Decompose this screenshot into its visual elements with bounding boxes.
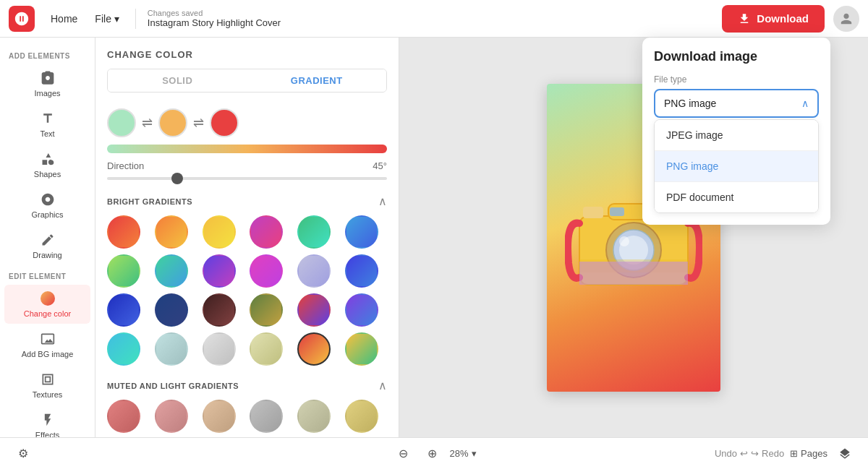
- sidebar-item-change-color-label: Change color: [24, 309, 71, 318]
- pages-button[interactable]: ⊞ Pages: [790, 448, 827, 459]
- muted-gradients-header: MUTED AND LIGHT GRADIENTS ∧: [107, 379, 387, 392]
- muted-swatch-0[interactable]: [107, 400, 140, 433]
- bright-swatch-9[interactable]: [250, 254, 283, 288]
- bright-swatch-14[interactable]: [203, 293, 236, 327]
- left-sidebar: ADD ELEMENTS Images Text Shapes Graphics: [0, 38, 95, 437]
- graphics-icon: [40, 192, 56, 207]
- sidebar-item-textures[interactable]: Textures: [4, 366, 90, 405]
- sidebar-item-add-bg-image-label: Add BG image: [22, 350, 74, 358]
- color-stop-1[interactable]: [107, 108, 136, 137]
- chevron-up-icon: ∧: [801, 98, 809, 109]
- color-stop-3[interactable]: [210, 108, 239, 137]
- svg-rect-11: [610, 207, 624, 216]
- bright-swatch-6[interactable]: [107, 254, 140, 288]
- sidebar-item-change-color[interactable]: Change color: [4, 285, 90, 324]
- bottom-center: ⊖ ⊕ 28% ▾: [296, 442, 571, 465]
- bottom-right: Undo ↩ ↪ Redo ⊞ Pages: [581, 442, 856, 465]
- user-avatar-button[interactable]: [833, 6, 859, 32]
- bright-swatch-16[interactable]: [297, 293, 331, 327]
- color-stop-2[interactable]: [158, 108, 187, 137]
- app-logo[interactable]: [9, 6, 35, 32]
- undo-button[interactable]: Undo ↩: [715, 448, 748, 459]
- pages-icon: ⊞: [790, 448, 798, 459]
- doc-title: Instagram Story Highlight Cover: [148, 17, 281, 28]
- muted-gradients-collapse[interactable]: ∧: [378, 379, 387, 392]
- gradient-tab[interactable]: GRADIENT: [247, 69, 387, 92]
- file-type-options: JPEG imagePNG imagePDF document: [654, 119, 819, 213]
- sidebar-item-effects[interactable]: Effects: [4, 406, 90, 437]
- effects-icon: [40, 412, 56, 428]
- sidebar-item-add-bg-image[interactable]: Add BG image: [4, 325, 90, 364]
- zoom-display[interactable]: 28% ▾: [449, 448, 476, 459]
- zoom-in-button[interactable]: ⊕: [420, 442, 443, 465]
- bright-swatch-4[interactable]: [297, 215, 331, 249]
- muted-swatch-4[interactable]: [297, 400, 331, 433]
- muted-swatch-3[interactable]: [250, 400, 283, 433]
- direction-label: Direction: [107, 160, 144, 171]
- bright-swatch-12[interactable]: [107, 293, 140, 327]
- bright-swatch-23[interactable]: [345, 332, 378, 366]
- bright-swatch-2[interactable]: [203, 215, 236, 249]
- redo-button[interactable]: ↪ Redo: [751, 448, 784, 459]
- muted-swatch-2[interactable]: [203, 400, 236, 433]
- color-panel-title: CHANGE COLOR: [107, 49, 387, 60]
- gradient-controls: ⇌ ⇌ Direction 45°: [95, 108, 399, 189]
- download-dropdown-title: Download image: [654, 49, 819, 64]
- file-type-option-1[interactable]: PNG image: [655, 151, 818, 182]
- zoom-value: 28%: [449, 448, 468, 459]
- muted-swatch-5[interactable]: [345, 400, 378, 433]
- sidebar-item-drawing[interactable]: Drawing: [4, 226, 90, 265]
- file-type-option-0[interactable]: JPEG image: [655, 120, 818, 151]
- direction-row: Direction 45°: [107, 160, 387, 171]
- bright-swatch-8[interactable]: [203, 254, 236, 288]
- bright-swatch-22[interactable]: [297, 332, 331, 366]
- save-status: Changes saved: [148, 9, 281, 17]
- drawing-icon: [40, 232, 56, 248]
- sidebar-item-shapes-label: Shapes: [34, 170, 61, 178]
- bright-swatch-3[interactable]: [250, 215, 283, 249]
- file-button[interactable]: File ▾: [88, 9, 126, 29]
- bright-swatch-5[interactable]: [345, 215, 378, 249]
- bright-swatch-18[interactable]: [107, 332, 140, 366]
- sidebar-item-images[interactable]: Images: [4, 64, 90, 103]
- file-type-option-2[interactable]: PDF document: [655, 182, 818, 212]
- direction-thumb: [171, 173, 183, 184]
- bright-swatch-11[interactable]: [345, 254, 378, 288]
- shapes-icon: [40, 151, 56, 167]
- bright-swatch-15[interactable]: [250, 293, 283, 327]
- undo-icon: ↩: [740, 448, 748, 459]
- file-type-select[interactable]: PNG image ∧: [654, 89, 819, 118]
- sidebar-item-text[interactable]: Text: [4, 105, 90, 144]
- solid-tab[interactable]: SOLID: [108, 69, 247, 92]
- bright-swatch-17[interactable]: [345, 293, 378, 327]
- bright-swatch-13[interactable]: [155, 293, 188, 327]
- file-type-selected-value: PNG image: [664, 98, 716, 109]
- home-button[interactable]: Home: [43, 9, 85, 29]
- direction-slider[interactable]: [107, 177, 387, 180]
- sidebar-item-drawing-label: Drawing: [33, 251, 61, 259]
- bottom-left: ⚙: [12, 442, 287, 465]
- sidebar-item-graphics[interactable]: Graphics: [4, 186, 90, 225]
- settings-button[interactable]: ⚙: [12, 442, 35, 465]
- sidebar-item-graphics-label: Graphics: [31, 210, 63, 219]
- edit-element-section-title: EDIT ELEMENT: [0, 267, 95, 283]
- layers-button[interactable]: [833, 442, 856, 465]
- bright-swatch-7[interactable]: [155, 254, 188, 288]
- muted-swatch-1[interactable]: [155, 400, 188, 433]
- svg-rect-8: [579, 262, 688, 285]
- textures-icon: [40, 371, 56, 387]
- bright-swatch-10[interactable]: [297, 254, 331, 288]
- camera-icon: [40, 70, 56, 86]
- bright-swatch-20[interactable]: [203, 332, 236, 366]
- zoom-out-button[interactable]: ⊖: [391, 442, 414, 465]
- download-button[interactable]: Download: [722, 5, 825, 33]
- bright-swatch-21[interactable]: [250, 332, 283, 366]
- bright-swatch-0[interactable]: [107, 215, 140, 249]
- bright-swatch-19[interactable]: [155, 332, 188, 366]
- sidebar-item-shapes[interactable]: Shapes: [4, 145, 90, 184]
- swap-icon-1[interactable]: ⇌: [142, 115, 153, 131]
- swap-icon-2[interactable]: ⇌: [193, 115, 204, 131]
- bright-gradients-collapse[interactable]: ∧: [378, 194, 387, 208]
- muted-gradients-section: MUTED AND LIGHT GRADIENTS ∧: [95, 373, 399, 437]
- bright-swatch-1[interactable]: [155, 215, 188, 249]
